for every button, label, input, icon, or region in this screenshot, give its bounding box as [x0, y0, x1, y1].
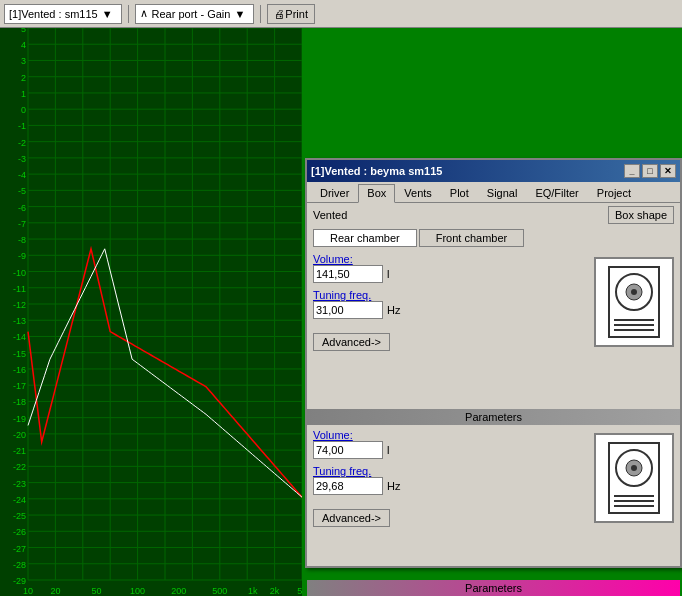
tab-signal[interactable]: Signal — [478, 184, 527, 202]
front-tuning-unit: Hz — [387, 480, 400, 492]
print-button[interactable]: 🖨 Print — [267, 4, 315, 24]
y-axis-labels — [0, 28, 30, 596]
front-volume-input[interactable] — [313, 441, 383, 459]
vented-label: Vented — [313, 209, 347, 221]
speaker-illustration-top — [594, 253, 674, 405]
box-shape-button[interactable]: Box shape — [608, 206, 674, 224]
window-title: [1]Vented : beyma sm115 — [311, 165, 442, 177]
advanced-button-bottom[interactable]: Advanced-> — [313, 509, 390, 527]
tab-vents[interactable]: Vents — [395, 184, 441, 202]
parameters-bar-bottom: Parameters — [307, 580, 680, 596]
rear-chamber-content: Volume: l Tuning freq. Hz Advanced-> — [307, 249, 680, 409]
svg-point-3 — [631, 289, 637, 295]
front-tuning-label[interactable]: Tuning freq. — [313, 465, 586, 477]
print-label: Print — [285, 8, 308, 20]
tab-box[interactable]: Box — [358, 184, 395, 203]
sub-tab-rear-chamber[interactable]: Rear chamber — [313, 229, 417, 247]
window-selector-text: [1]Vented : sm115 — [9, 8, 98, 20]
advanced-button-top[interactable]: Advanced-> — [313, 333, 390, 351]
main-tabs: Driver Box Vents Plot Signal EQ/Filter P… — [307, 182, 680, 203]
speaker-svg-top — [604, 262, 664, 342]
speaker-box-top — [594, 257, 674, 347]
speaker-illustration-bottom — [594, 429, 674, 576]
volume-input-row: l — [313, 265, 586, 283]
separator-2 — [260, 5, 261, 23]
parameters-bar-top: Parameters — [307, 409, 680, 425]
graph-canvas — [0, 28, 302, 596]
gain-dropdown-arrow: ▼ — [234, 8, 245, 20]
separator-1 — [128, 5, 129, 23]
front-volume-group: Volume: l — [313, 429, 586, 459]
front-tuning-input-row: Hz — [313, 477, 586, 495]
tuning-unit: Hz — [387, 304, 400, 316]
front-chamber-params: Volume: l Tuning freq. Hz Advanced-> — [313, 429, 586, 576]
svg-rect-7 — [609, 443, 659, 513]
volume-label[interactable]: Volume: — [313, 253, 586, 265]
minimize-button[interactable]: _ — [624, 164, 640, 178]
dropdown-arrow-icon: ▼ — [102, 8, 113, 20]
front-chamber-content: Volume: l Tuning freq. Hz Advanced-> — [307, 425, 680, 580]
tuning-label[interactable]: Tuning freq. — [313, 289, 586, 301]
window-titlebar: [1]Vented : beyma sm115 _ □ ✕ — [307, 160, 680, 182]
front-volume-input-row: l — [313, 441, 586, 459]
speaker-svg-bottom — [604, 438, 664, 518]
tab-project[interactable]: Project — [588, 184, 640, 202]
speaker-box-bottom — [594, 433, 674, 523]
volume-input[interactable] — [313, 265, 383, 283]
sub-tabs: Rear chamber Front chamber — [307, 227, 680, 249]
front-tuning-group: Tuning freq. Hz — [313, 465, 586, 495]
tuning-group: Tuning freq. Hz — [313, 289, 586, 319]
tab-driver[interactable]: Driver — [311, 184, 358, 202]
toolbar: [1]Vented : sm115 ▼ ∧ Rear port - Gain ▼… — [0, 0, 682, 28]
tab-plot[interactable]: Plot — [441, 184, 478, 202]
print-icon: 🖨 — [274, 8, 285, 20]
close-button[interactable]: ✕ — [660, 164, 676, 178]
main-window: [1]Vented : beyma sm115 _ □ ✕ Driver Box… — [305, 158, 682, 568]
svg-point-10 — [631, 465, 637, 471]
graph-area — [0, 28, 302, 596]
rear-chamber-params: Volume: l Tuning freq. Hz Advanced-> — [313, 253, 586, 405]
tuning-input-row: Hz — [313, 301, 586, 319]
maximize-button[interactable]: □ — [642, 164, 658, 178]
gain-selector-text: Rear port - Gain — [152, 8, 231, 20]
vented-bar: Vented Box shape — [307, 203, 680, 227]
x-axis-labels — [30, 580, 302, 596]
front-volume-label[interactable]: Volume: — [313, 429, 586, 441]
volume-group: Volume: l — [313, 253, 586, 283]
svg-rect-0 — [609, 267, 659, 337]
tab-eq-filter[interactable]: EQ/Filter — [526, 184, 587, 202]
front-tuning-input[interactable] — [313, 477, 383, 495]
gain-icon: ∧ — [140, 7, 148, 20]
sub-tab-front-chamber[interactable]: Front chamber — [419, 229, 525, 247]
front-volume-unit: l — [387, 444, 389, 456]
gain-selector[interactable]: ∧ Rear port - Gain ▼ — [135, 4, 255, 24]
window-controls: _ □ ✕ — [624, 164, 676, 178]
window-selector[interactable]: [1]Vented : sm115 ▼ — [4, 4, 122, 24]
volume-unit: l — [387, 268, 389, 280]
tuning-input[interactable] — [313, 301, 383, 319]
